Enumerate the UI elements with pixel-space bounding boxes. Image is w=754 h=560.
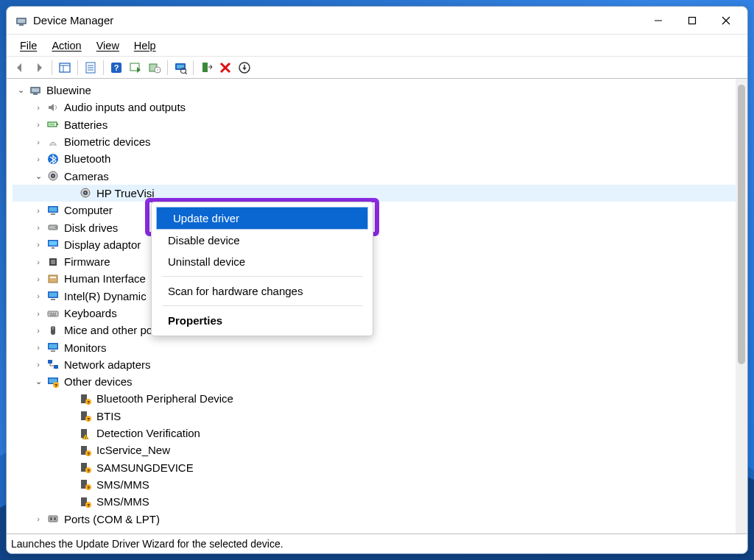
tree-item-label: Disk drives (64, 221, 118, 234)
tree-item[interactable]: ⌄?Other devices (13, 373, 736, 390)
svg-rect-32 (49, 124, 55, 126)
tree-item[interactable]: ›Mice and other pointing devices (13, 322, 736, 339)
svg-rect-4 (689, 17, 696, 24)
tree-item[interactable]: ›?SAMSUNGDEVICE (13, 459, 736, 476)
titlebar[interactable]: Device Manager (7, 7, 747, 35)
chevron-right-icon[interactable]: › (33, 274, 43, 283)
toolbar-separator (193, 60, 194, 75)
tree-item[interactable]: ›Monitors (13, 339, 736, 355)
tree-item[interactable]: ›Audio inputs and outputs (13, 99, 736, 116)
ctx-update-driver[interactable]: Update driver (156, 207, 368, 230)
tree-item[interactable]: ›Disk drives (13, 219, 736, 235)
tree-item[interactable]: ›Biometric devices (13, 133, 736, 150)
chevron-right-icon[interactable]: › (33, 138, 43, 146)
menu-view[interactable]: View (89, 37, 127, 54)
menu-help[interactable]: Help (127, 37, 163, 54)
tree-item[interactable]: ›Keyboards (13, 305, 736, 322)
svg-rect-46 (49, 241, 57, 246)
tree-item[interactable]: ›?SMS/MMS (13, 476, 736, 493)
tree-item[interactable]: ›Intel(R) Dynamic (13, 288, 736, 305)
tree-item[interactable]: ›Bluetooth (13, 150, 736, 167)
chevron-right-icon[interactable]: › (33, 240, 43, 249)
tree-item[interactable]: ›HP TrueVisi (13, 185, 736, 202)
tree-item[interactable]: ›Human Interface (13, 270, 736, 287)
tree-item[interactable]: ›?Bluetooth Peripheral Device (13, 390, 736, 407)
chevron-right-icon[interactable]: › (33, 206, 43, 215)
help-button[interactable]: ? (108, 59, 125, 77)
chip-icon (46, 255, 60, 269)
tree-item[interactable]: ›Firmware (13, 253, 736, 270)
chevron-right-icon[interactable]: › (33, 360, 43, 369)
enable-device-button[interactable] (197, 59, 215, 77)
chevron-down-icon[interactable]: ⌄ (33, 377, 43, 386)
monitor-icon (46, 289, 60, 302)
menu-action[interactable]: Action (44, 37, 88, 54)
chevron-right-icon[interactable]: › (33, 120, 43, 129)
svg-text:?: ? (87, 417, 90, 422)
vertical-scrollbar[interactable] (736, 79, 747, 534)
disable-device-button[interactable] (216, 59, 234, 77)
svg-rect-41 (49, 207, 57, 211)
tree-item[interactable]: ›?SMS/MMS (13, 493, 736, 510)
tree-item-label: Display adaptor (64, 238, 141, 251)
svg-rect-28 (32, 88, 39, 92)
tree-item[interactable]: ›Ports (COM & LPT) (13, 510, 736, 527)
ctx-uninstall-device[interactable]: Uninstall device (152, 251, 373, 272)
ctx-scan-changes[interactable]: Scan for hardware changes (152, 280, 373, 302)
tree-item-label: SAMSUNGDEVICE (96, 461, 194, 474)
tree-item[interactable]: ›Computer (13, 202, 736, 219)
chevron-right-icon[interactable]: › (33, 103, 43, 112)
chevron-right-icon[interactable]: › (33, 258, 43, 266)
properties-button[interactable] (82, 59, 99, 77)
tree-item-label: Bluetooth Peripheral Device (96, 392, 233, 405)
ctx-properties[interactable]: Properties (152, 310, 373, 331)
speaker-icon (46, 101, 60, 114)
nav-forward-button[interactable] (30, 59, 48, 77)
chevron-down-icon[interactable]: ⌄ (33, 171, 43, 181)
svg-rect-60 (50, 314, 56, 315)
menu-file[interactable]: File (13, 37, 44, 54)
svg-point-44 (55, 227, 57, 228)
menubar: File Action View Help (7, 35, 747, 57)
tree-item[interactable]: ›?IcService_New (13, 442, 736, 458)
chevron-right-icon[interactable]: › (33, 291, 43, 300)
tree-root[interactable]: ⌄Bluewine (13, 82, 736, 99)
svg-text:?: ? (54, 383, 57, 388)
nav-back-button[interactable] (11, 59, 29, 77)
chevron-right-icon[interactable]: › (33, 309, 43, 318)
toolbar-separator (167, 60, 168, 75)
tree-item-label: Computer (64, 204, 113, 216)
chevron-right-icon[interactable]: › (33, 155, 43, 163)
tree-item[interactable]: ›Batteries (13, 116, 736, 133)
chevron-right-icon[interactable]: › (33, 514, 43, 523)
tree-item-label: Detection Verification (96, 427, 200, 439)
tree-item-label: Batteries (64, 118, 108, 131)
unknown-device-icon: ? (79, 495, 92, 508)
uninstall-button[interactable] (146, 59, 163, 77)
warn-device-icon: ! (79, 427, 92, 440)
svg-text:?: ? (87, 469, 90, 473)
svg-rect-49 (51, 260, 55, 264)
tree-item[interactable]: ›Display adaptor (13, 236, 736, 253)
ctx-disable-device[interactable]: Disable device (152, 230, 373, 251)
close-button[interactable] (709, 9, 743, 32)
context-menu: Update driver Disable device Uninstall d… (151, 202, 373, 336)
svg-rect-58 (53, 313, 54, 314)
showhide-button[interactable] (56, 59, 74, 77)
chevron-right-icon[interactable]: › (33, 343, 43, 352)
tree-item[interactable]: ›!Detection Verification (13, 425, 736, 442)
tree-item[interactable]: ›Network adapters (13, 356, 736, 373)
minimize-button[interactable] (641, 9, 675, 32)
svg-point-36 (52, 175, 54, 177)
scan-button[interactable] (172, 59, 189, 77)
chevron-right-icon[interactable]: › (33, 326, 43, 335)
scrollbar-thumb[interactable] (738, 85, 745, 364)
ctx-separator (162, 305, 362, 306)
chevron-down-icon[interactable]: ⌄ (15, 85, 26, 95)
chevron-right-icon[interactable]: › (33, 223, 43, 232)
circle-arrow-button[interactable] (236, 59, 253, 77)
tree-item[interactable]: ›?BTIS (13, 408, 736, 425)
tree-item[interactable]: ⌄Cameras (13, 167, 736, 184)
maximize-button[interactable] (675, 9, 709, 32)
update-driver-button[interactable] (127, 59, 144, 77)
